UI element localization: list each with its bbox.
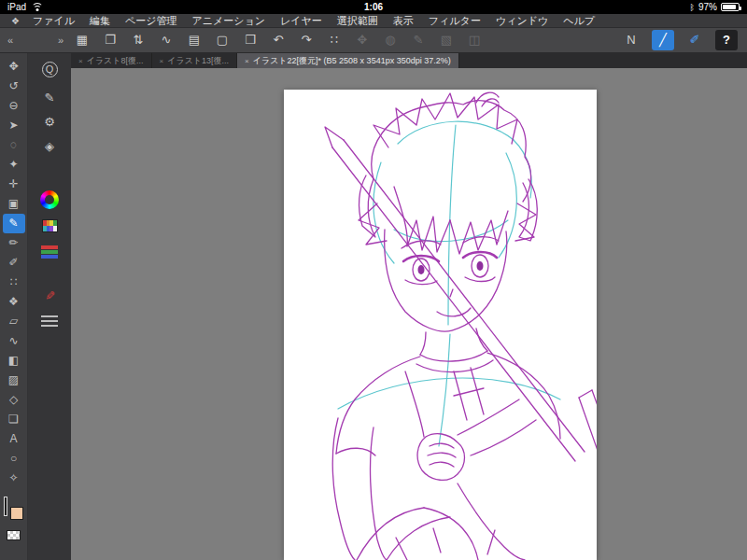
reference-button[interactable]: ◍ bbox=[379, 30, 402, 50]
battery-percent: 97% bbox=[698, 2, 717, 12]
red-pen-icon: ✎ bbox=[43, 290, 57, 301]
color-mix-button[interactable]: ✎ bbox=[35, 284, 63, 306]
figure-tool[interactable]: ◇ bbox=[3, 390, 25, 410]
page-manage-button[interactable]: ❒ bbox=[239, 30, 261, 50]
menu-selection[interactable]: 選択範囲 bbox=[330, 14, 386, 28]
sub-tool-icon: ✎ bbox=[45, 91, 55, 105]
transparent-color-swatch[interactable] bbox=[7, 530, 21, 540]
stream-line-button[interactable]: ∿ bbox=[155, 30, 177, 50]
page-template-button[interactable]: ▢ bbox=[211, 30, 233, 50]
workspace-grid-button[interactable]: ▦ bbox=[71, 30, 93, 50]
wand-tool[interactable]: ✦ bbox=[3, 155, 25, 175]
decoration-tool[interactable]: ❖ bbox=[3, 292, 25, 312]
menu-window[interactable]: ウィンドウ bbox=[488, 14, 556, 28]
snap-button[interactable]: ∷ bbox=[323, 30, 345, 50]
tab-illust-8[interactable]: × イラスト8[復... bbox=[71, 53, 152, 68]
eyedropper-tool[interactable]: ✧ bbox=[3, 469, 25, 488]
app-icon[interactable]: ❖ bbox=[6, 16, 25, 26]
tab-illust-13[interactable]: × イラスト13[復... bbox=[152, 53, 238, 68]
canvas-viewport[interactable] bbox=[71, 68, 747, 560]
object-tool[interactable]: ➤ bbox=[3, 116, 25, 135]
airbrush-tool[interactable]: ∷ bbox=[3, 273, 25, 292]
menu-layer[interactable]: レイヤー bbox=[273, 14, 330, 28]
eraser-tool[interactable]: ▱ bbox=[3, 312, 25, 331]
line-correction-button[interactable]: ╱ bbox=[652, 30, 674, 50]
pen-tool[interactable]: ✎ bbox=[3, 214, 25, 233]
navigator-icon: ◈ bbox=[45, 139, 54, 153]
lasso-tool[interactable]: ◌ bbox=[3, 135, 25, 155]
brush-tool[interactable]: ✐ bbox=[3, 253, 25, 273]
menu-edit[interactable]: 編集 bbox=[82, 14, 118, 28]
tab-close-icon[interactable]: × bbox=[78, 57, 83, 65]
navigator-button[interactable]: ◈ bbox=[35, 134, 63, 157]
main-color-swatch[interactable] bbox=[5, 497, 7, 515]
menu-page-manage[interactable]: ページ管理 bbox=[118, 14, 185, 28]
brush-shape-button[interactable] bbox=[35, 310, 63, 332]
color-set-icon bbox=[42, 219, 58, 232]
gradient-tool[interactable]: ▨ bbox=[3, 371, 25, 390]
material-button[interactable]: ◫ bbox=[463, 30, 486, 50]
pen-n-button[interactable]: N bbox=[620, 30, 642, 50]
edit-line-button[interactable]: ✎ bbox=[407, 30, 430, 50]
color-slider-icon bbox=[41, 245, 58, 259]
pattern-button[interactable]: ▧ bbox=[435, 30, 458, 50]
swap-tool-button[interactable]: ⇅ bbox=[127, 30, 149, 50]
crop-tool[interactable]: ▣ bbox=[3, 194, 25, 214]
gear-icon: ⚙ bbox=[44, 115, 55, 129]
menu-file[interactable]: ファイル bbox=[25, 14, 82, 28]
tab-label: イラスト8[復... bbox=[87, 55, 144, 67]
collapse-left-icon[interactable]: « bbox=[7, 35, 13, 46]
blend-tool[interactable]: ∿ bbox=[3, 331, 25, 351]
pencil-tool[interactable]: ✏ bbox=[3, 233, 25, 253]
tab-label: イラスト22[復元]* (B5 2508 x 3541px 350dpi 37.… bbox=[253, 55, 451, 67]
color-wheel-button[interactable] bbox=[35, 189, 63, 211]
brush-blue-button[interactable]: ✐ bbox=[684, 30, 706, 50]
tool-property-button[interactable]: ⚙ bbox=[35, 110, 63, 133]
sub-color-swatch[interactable] bbox=[10, 507, 23, 520]
app-window: iPad 1:06 ᛒ 97% ❖ ファイル 編集 ページ管理 アニメーション … bbox=[0, 0, 747, 560]
panel-column: Q ✎ ⚙ ◈ bbox=[28, 53, 71, 560]
status-right: ᛒ 97% bbox=[690, 2, 740, 12]
color-set-button[interactable] bbox=[35, 215, 63, 237]
balloon-tool[interactable]: ○ bbox=[3, 449, 25, 469]
move-layer-tool[interactable]: ✛ bbox=[3, 175, 25, 194]
status-bar: iPad 1:06 ᛒ 97% bbox=[0, 0, 747, 14]
help-button[interactable]: ? bbox=[715, 30, 738, 50]
text-tool[interactable]: A bbox=[3, 429, 25, 449]
tab-illust-22[interactable]: × イラスト22[復元]* (B5 2508 x 3541px 350dpi 3… bbox=[237, 53, 459, 68]
collapse-right-icon[interactable]: » bbox=[58, 35, 63, 46]
tab-close-icon[interactable]: × bbox=[245, 57, 249, 65]
menu-bar: ❖ ファイル 編集 ページ管理 アニメーション レイヤー 選択範囲 表示 フィル… bbox=[0, 14, 747, 28]
fill-tool[interactable]: ◧ bbox=[3, 351, 25, 371]
stacked-lines-icon bbox=[41, 315, 58, 328]
transform-button[interactable]: ✥ bbox=[351, 30, 374, 50]
undo-button[interactable]: ↶ bbox=[267, 30, 289, 50]
hand-tool[interactable]: ✥ bbox=[3, 57, 25, 77]
menu-animation[interactable]: アニメーション bbox=[185, 14, 274, 28]
document-tab-bar: × イラスト8[復... × イラスト13[復... × イラスト22[復元]*… bbox=[71, 53, 747, 68]
menu-filter[interactable]: フィルター bbox=[421, 14, 488, 28]
status-time: 1:06 bbox=[0, 2, 747, 12]
canvas-page[interactable] bbox=[284, 90, 597, 560]
bluetooth-icon: ᛒ bbox=[690, 3, 695, 12]
color-slider-button[interactable] bbox=[35, 241, 63, 263]
sub-tool-button[interactable]: ✎ bbox=[35, 86, 63, 108]
rotate-canvas-tool[interactable]: ↺ bbox=[3, 77, 25, 96]
menu-help[interactable]: ヘルプ bbox=[556, 14, 602, 28]
new-page-button[interactable]: ▤ bbox=[183, 30, 205, 50]
canvas-area: × イラスト8[復... × イラスト13[復... × イラスト22[復元]*… bbox=[71, 53, 747, 560]
tool-column: ✥ ↺ ⊖ ➤ ◌ ✦ ✛ ▣ ✎ ✏ bbox=[0, 53, 28, 560]
redo-button[interactable]: ↷ bbox=[295, 30, 317, 50]
quick-access-button[interactable]: Q bbox=[35, 58, 63, 80]
battery-icon bbox=[721, 3, 740, 11]
panel-collapse-controls: « » bbox=[0, 35, 71, 46]
sidebar: ✥ ↺ ⊖ ➤ ◌ ✦ ✛ ▣ ✎ ✏ bbox=[0, 53, 71, 560]
frame-border-tool[interactable]: ❏ bbox=[3, 410, 25, 429]
quick-access-icon: Q bbox=[42, 62, 58, 77]
canvas-export-button[interactable]: ❐ bbox=[99, 30, 121, 50]
toolbar: « » ▦ ❐ ⇅ ∿ ▤ ▢ ❒ ↶ ↷ ∷ bbox=[0, 28, 747, 53]
menu-view[interactable]: 表示 bbox=[386, 14, 421, 28]
zoom-tool[interactable]: ⊖ bbox=[3, 96, 25, 116]
tab-label: イラスト13[復... bbox=[167, 55, 229, 67]
tab-close-icon[interactable]: × bbox=[160, 57, 164, 65]
